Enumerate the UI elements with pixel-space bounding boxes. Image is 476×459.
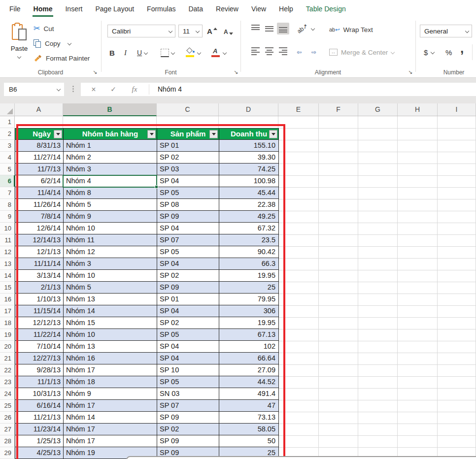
table-cell[interactable]: SP 09	[157, 211, 219, 222]
table-cell[interactable]: Nhóm 8	[64, 187, 157, 198]
table-cell[interactable]: 67.13	[219, 329, 279, 340]
table-cell[interactable]: 1/10/13	[15, 294, 64, 305]
table-cell[interactable]: SP 04	[157, 175, 219, 187]
table-cell[interactable]: 11/15/14	[15, 305, 64, 317]
table-cell[interactable]: 12/27/13	[15, 353, 64, 364]
tab-home[interactable]: Home	[27, 0, 59, 18]
table-cell[interactable]: 12/6/14	[15, 223, 64, 234]
name-box-chevron[interactable]	[57, 87, 61, 91]
row-header-5[interactable]: 5	[0, 164, 15, 175]
row-header-3[interactable]: 3	[0, 140, 15, 152]
font-dialog-launcher[interactable]: ↘	[234, 69, 238, 75]
table-cell[interactable]: 66.64	[219, 353, 279, 364]
accounting-format-button[interactable]: $	[424, 46, 434, 58]
table-cell[interactable]: SP 04	[157, 258, 219, 269]
table-cell[interactable]: SP 01	[157, 140, 219, 151]
borders-button[interactable]	[161, 46, 174, 59]
table-cell[interactable]: SP 04	[157, 223, 219, 234]
table-cell[interactable]: Nhóm 14	[64, 305, 157, 317]
table-cell[interactable]: SP 04	[157, 341, 219, 352]
table-cell[interactable]: SP 09	[157, 435, 219, 447]
clipboard-dialog-launcher[interactable]: ↘	[93, 69, 97, 75]
font-size-combobox[interactable]: 11	[178, 25, 203, 37]
number-format-combobox[interactable]: General	[420, 25, 472, 37]
table-cell[interactable]: Nhóm 9	[64, 388, 157, 399]
table-cell[interactable]: SP 01	[157, 294, 219, 305]
row-header-9[interactable]: 9	[0, 211, 15, 223]
tab-view[interactable]: View	[245, 0, 272, 18]
table-cell[interactable]: Nhóm 3	[64, 258, 157, 269]
table-cell[interactable]: Nhóm 13	[64, 341, 157, 352]
table-cell[interactable]: 306	[219, 305, 279, 317]
table-cell[interactable]: Nhóm 17	[64, 424, 157, 435]
column-header-g[interactable]: G	[358, 103, 398, 116]
table-cell[interactable]: 11/23/14	[15, 424, 64, 435]
orientation-dropdown-chevron[interactable]	[311, 27, 315, 31]
table-cell[interactable]: 23.5	[219, 234, 279, 246]
table-cell[interactable]: Nhóm 10	[64, 223, 157, 234]
table-cell[interactable]: SP 04	[157, 353, 219, 364]
insert-function-icon[interactable]: fx	[128, 83, 141, 96]
select-all-corner[interactable]	[0, 103, 15, 116]
row-header-1[interactable]: 1	[0, 116, 15, 128]
column-header-h[interactable]: H	[398, 103, 438, 116]
row-header-18[interactable]: 18	[0, 317, 15, 329]
decrease-indent-button[interactable]: ⇦	[297, 46, 302, 58]
table-cell[interactable]: Nhóm 1	[64, 140, 157, 151]
formula-bar-grip[interactable]	[72, 86, 74, 92]
fill-color-button[interactable]	[185, 46, 201, 59]
accounting-dropdown-chevron[interactable]	[431, 50, 435, 54]
table-cell[interactable]: 66.3	[219, 258, 279, 269]
table-cell[interactable]: 100.98	[219, 175, 279, 187]
table-cell[interactable]: 39.30	[219, 152, 279, 163]
table-cell[interactable]: 102	[219, 341, 279, 352]
table-cell[interactable]: 11/27/14	[15, 152, 64, 163]
row-header-20[interactable]: 20	[0, 341, 15, 353]
table-cell[interactable]: Nhóm 17	[64, 364, 157, 376]
table-cell[interactable]: 44.52	[219, 376, 279, 388]
table-cell[interactable]: 6/2/14	[15, 175, 64, 187]
tab-review[interactable]: Review	[209, 0, 245, 18]
table-cell[interactable]: Nhóm 2	[64, 152, 157, 163]
table-cell[interactable]: 155.10	[219, 140, 279, 151]
comma-style-button[interactable]: ,	[460, 42, 464, 54]
row-header-17[interactable]: 17	[0, 305, 15, 317]
table-cell[interactable]: SP 05	[157, 187, 219, 198]
tab-file[interactable]: File	[3, 0, 27, 18]
row-header-23[interactable]: 23	[0, 376, 15, 388]
table-cell[interactable]: 2/1/13	[15, 282, 64, 293]
table-cell[interactable]: Nhóm 12	[64, 246, 157, 258]
table-cell[interactable]: 12/14/13	[15, 234, 64, 246]
copy-dropdown-chevron[interactable]	[67, 41, 71, 45]
fill-color-dropdown-chevron[interactable]	[197, 51, 201, 55]
increase-indent-button[interactable]: ⇨	[311, 46, 316, 58]
table-cell[interactable]: SP 05	[157, 376, 219, 388]
row-header-6[interactable]: 6	[0, 175, 15, 187]
tab-formulas[interactable]: Formulas	[140, 0, 182, 18]
table-cell[interactable]: 1/25/13	[15, 435, 64, 447]
filter-button[interactable]	[54, 130, 62, 138]
table-cell[interactable]: SN 03	[157, 388, 219, 399]
row-header-12[interactable]: 12	[0, 246, 15, 258]
row-header-13[interactable]: 13	[0, 258, 15, 270]
enter-check-icon[interactable]: ✓	[107, 83, 119, 96]
filter-button[interactable]	[147, 130, 156, 138]
table-cell[interactable]: SP 07	[157, 400, 219, 411]
formula-content[interactable]: Nhóm 4	[158, 83, 182, 96]
table-cell[interactable]: 9/28/13	[15, 364, 64, 376]
table-cell[interactable]: 4/25/13	[15, 447, 64, 459]
table-cell[interactable]: Nhóm 16	[64, 353, 157, 364]
tab-table-design[interactable]: Table Design	[300, 0, 352, 18]
bold-button[interactable]: B	[109, 46, 115, 59]
row-header-15[interactable]: 15	[0, 282, 15, 294]
table-cell[interactable]: Nhóm 17	[64, 400, 157, 411]
table-cell[interactable]: SP 05	[157, 329, 219, 340]
merge-center-dropdown-chevron[interactable]	[391, 50, 395, 54]
filter-button[interactable]	[209, 130, 218, 138]
cancel-icon[interactable]: ×	[88, 83, 100, 96]
table-cell[interactable]: 7/8/14	[15, 211, 64, 222]
table-cell[interactable]: 19.95	[219, 270, 279, 281]
table-cell[interactable]: 79.95	[219, 294, 279, 305]
row-header-26[interactable]: 26	[0, 412, 15, 424]
table-cell[interactable]: Nhóm 3	[64, 164, 157, 175]
